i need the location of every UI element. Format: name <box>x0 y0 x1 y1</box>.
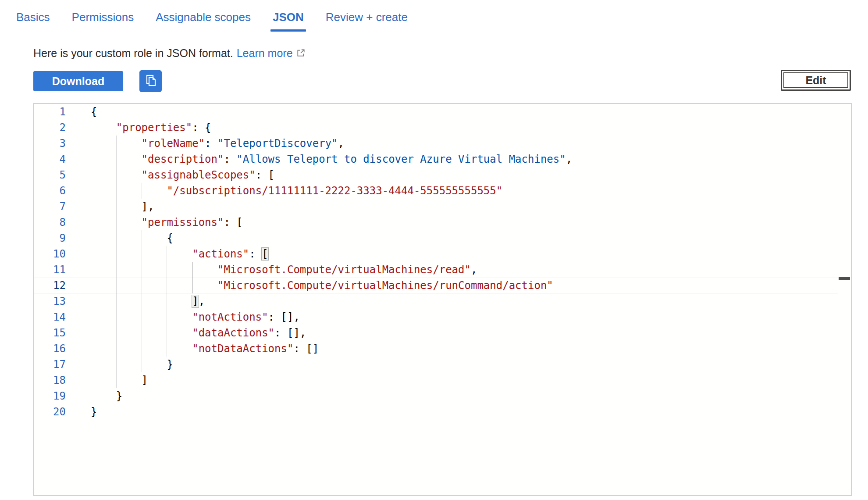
tab-basics[interactable]: Basics <box>16 11 50 24</box>
page-description: Here is your custom role in JSON format. <box>33 47 233 60</box>
json-editor[interactable]: 1{2 "properties": {3 "roleName": "Telepo… <box>33 103 852 496</box>
indent-guide <box>167 341 167 357</box>
external-link-icon <box>296 47 306 60</box>
indent-guide <box>142 246 142 262</box>
page-subtitle: Here is your custom role in JSON format.… <box>33 46 306 60</box>
indent-guide <box>142 357 142 372</box>
code-line-14[interactable]: 14 "notActions": [], <box>34 309 851 325</box>
indent-guide <box>142 278 142 293</box>
code-line-15[interactable]: 15 "dataActions": [], <box>34 325 851 341</box>
code-line-12[interactable]: 12 "Microsoft.Compute/virtualMachines/ru… <box>34 278 838 293</box>
download-button[interactable]: Download <box>33 71 123 91</box>
indent-guide <box>91 278 91 293</box>
copy-button[interactable] <box>139 70 162 92</box>
indent-guide <box>142 183 142 199</box>
active-indent-guide <box>192 262 192 278</box>
line-content: "/subscriptions/11111111-2222-3333-4444-… <box>66 183 851 199</box>
indent-guide <box>91 372 91 388</box>
tab-assignable-scopes[interactable]: Assignable scopes <box>156 11 251 24</box>
code-line-6[interactable]: 6 "/subscriptions/11111111-2222-3333-444… <box>34 183 851 199</box>
line-number: 17 <box>34 357 66 372</box>
code-line-17[interactable]: 17 } <box>34 357 851 372</box>
line-number: 9 <box>34 230 66 246</box>
indent-guide <box>167 246 167 262</box>
line-number: 19 <box>34 388 66 404</box>
indent-guide <box>116 230 117 246</box>
line-content: } <box>66 404 851 420</box>
line-content: "notDataActions": [] <box>66 341 851 357</box>
code-line-10[interactable]: 10 "actions": [ <box>34 246 851 262</box>
indent-guide <box>142 309 142 325</box>
indent-guide <box>167 262 167 278</box>
indent-guide <box>91 136 91 151</box>
indent-guide <box>142 341 142 357</box>
indent-guide <box>91 262 91 278</box>
code-line-13[interactable]: 13 ], <box>34 293 851 309</box>
line-content: { <box>66 230 851 246</box>
line-content: } <box>66 357 851 372</box>
indent-guide <box>116 199 117 214</box>
line-content: "description": "Allows Teleport to disco… <box>66 151 851 167</box>
overview-ruler-cursor-marker <box>839 277 850 280</box>
code-line-20[interactable]: 20} <box>34 404 851 420</box>
code-line-5[interactable]: 5 "assignableScopes": [ <box>34 167 851 183</box>
indent-guide <box>91 230 91 246</box>
indent-guide <box>91 167 91 183</box>
indent-guide <box>116 151 117 167</box>
line-content: "notActions": [], <box>66 309 851 325</box>
code-line-18[interactable]: 18 ] <box>34 372 851 388</box>
edit-button[interactable]: Edit <box>781 70 851 91</box>
code-line-1[interactable]: 1{ <box>34 104 851 120</box>
indent-guide <box>142 230 142 246</box>
code-line-9[interactable]: 9 { <box>34 230 851 246</box>
code-line-8[interactable]: 8 "permissions": [ <box>34 214 851 230</box>
line-number: 14 <box>34 309 66 325</box>
indent-guide <box>116 167 117 183</box>
line-content: "Microsoft.Compute/virtualMachines/runCo… <box>66 278 838 293</box>
indent-guide <box>116 325 117 341</box>
line-content: } <box>66 388 851 404</box>
tab-permissions[interactable]: Permissions <box>72 11 134 24</box>
indent-guide <box>91 309 91 325</box>
line-number: 7 <box>34 199 66 214</box>
indent-guide <box>91 388 91 404</box>
line-content: "actions": [ <box>66 246 851 262</box>
code-line-11[interactable]: 11 "Microsoft.Compute/virtualMachines/re… <box>34 262 851 278</box>
indent-guide <box>116 293 117 309</box>
line-number: 5 <box>34 167 66 183</box>
code-line-4[interactable]: 4 "description": "Allows Teleport to dis… <box>34 151 851 167</box>
line-number: 3 <box>34 136 66 151</box>
code-line-19[interactable]: 19 } <box>34 388 851 404</box>
indent-guide <box>91 199 91 214</box>
active-indent-guide <box>192 278 192 293</box>
code-line-7[interactable]: 7 ], <box>34 199 851 214</box>
indent-guide <box>142 293 142 309</box>
line-number: 20 <box>34 404 66 420</box>
line-content: { <box>66 104 851 120</box>
indent-guide <box>116 214 117 230</box>
indent-guide <box>116 278 117 293</box>
line-number: 18 <box>34 372 66 388</box>
line-content: "properties": { <box>66 120 851 136</box>
copy-icon <box>144 74 157 89</box>
learn-more-link[interactable]: Learn more <box>237 47 293 60</box>
line-number: 12 <box>34 278 66 293</box>
indent-guide <box>91 120 91 136</box>
code-line-2[interactable]: 2 "properties": { <box>34 120 851 136</box>
indent-guide <box>91 246 91 262</box>
tab-review-create[interactable]: Review + create <box>326 11 408 24</box>
line-number: 10 <box>34 246 66 262</box>
indent-guide <box>91 325 91 341</box>
line-number: 8 <box>34 214 66 230</box>
indent-guide <box>142 325 142 341</box>
tab-json[interactable]: JSON <box>273 11 304 32</box>
line-number: 1 <box>34 104 66 120</box>
indent-guide <box>116 309 117 325</box>
code-line-3[interactable]: 3 "roleName": "TeleportDiscovery", <box>34 136 851 151</box>
indent-guide <box>142 262 142 278</box>
line-number: 16 <box>34 341 66 357</box>
line-content: ], <box>66 293 851 309</box>
indent-guide <box>116 341 117 357</box>
indent-guide <box>91 357 91 372</box>
code-line-16[interactable]: 16 "notDataActions": [] <box>34 341 851 357</box>
